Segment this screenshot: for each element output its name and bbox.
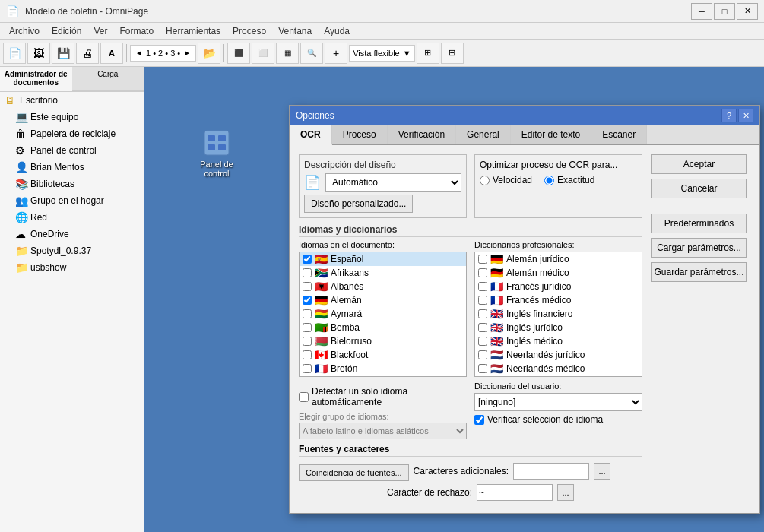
sidebar-item-grupo[interactable]: 👥 Grupo en el hogar [0,192,144,209]
dict-ingles-medico[interactable]: 🇬🇧 Inglés médico [475,334,642,348]
lang-bemba[interactable]: 🇿🇲 Bemba [300,321,466,334]
cancelar-button[interactable]: Cancelar [651,179,747,198]
menu-ventana[interactable]: Ventana [272,24,318,38]
tab-ocr[interactable]: OCR [290,125,332,145]
guardar-button[interactable]: Guardar parámetros... [651,262,747,282]
sidebar-item-brian[interactable]: 👤 Brian Mentos [0,159,144,176]
menu-herramientas[interactable]: Herramientas [160,24,227,38]
lang-aleman[interactable]: 🇩🇪 Alemán [300,293,466,307]
menu-ayuda[interactable]: Ayuda [318,24,356,38]
aceptar-button[interactable]: Aceptar [651,154,747,174]
exactitud-option[interactable]: Exactitud [544,175,594,185]
folder-button[interactable]: 📂 [198,43,220,64]
exactitud-radio[interactable] [544,176,554,185]
sidebar-item-usbshow[interactable]: 📁 usbshow [0,259,144,276]
photo-button[interactable]: 🖼 [27,43,50,64]
lang-breton[interactable]: 🇫🇷 Bretón [300,362,466,375]
lang-bielorruso[interactable]: 🇧🇾 Bielorruso [300,334,466,348]
menu-edicion[interactable]: Edición [46,24,87,38]
dialog-help-button[interactable]: ? [721,109,737,122]
velocidad-radio[interactable] [480,176,490,185]
predeterminados-button[interactable]: Predeterminados [651,214,747,233]
dict-aleman-juridico[interactable]: 🇩🇪 Alemán jurídico [475,252,642,266]
bemba-checkbox[interactable] [303,323,312,332]
ingles-juridico-checkbox[interactable] [478,323,487,332]
print-button[interactable]: 🖨 [76,43,99,64]
dict-aleman-medico[interactable]: 🇩🇪 Alemán médico [475,266,642,280]
afrikaans-checkbox[interactable] [303,268,312,277]
espanol-checkbox[interactable] [303,255,312,264]
language-list[interactable]: 🇪🇸 Español 🇿🇦 Afrikaans [299,252,467,377]
sidebar-tab-docs[interactable]: Administrador de documentos [0,67,72,91]
lang-aymara[interactable]: 🇧🇴 Aymará [300,307,466,321]
close-button[interactable]: ✕ [737,3,758,20]
caracteres-more-btn[interactable]: ... [594,463,610,480]
frances-juridico-checkbox[interactable] [478,282,487,291]
sidebar-item-equipo[interactable]: 💻 Este equipo [0,109,144,125]
aleman-medico-checkbox[interactable] [478,268,487,277]
prev-page-button[interactable]: ◄ [134,48,144,59]
description-select[interactable]: Automático [325,173,461,192]
bielorruso-checkbox[interactable] [303,337,312,346]
next-page-button[interactable]: ► [182,48,192,59]
rechazo-input[interactable] [477,484,553,501]
lang-afrikaans[interactable]: 🇿🇦 Afrikaans [300,266,466,280]
view-icon1[interactable]: ⊞ [417,43,439,64]
ocr-button[interactable]: 🔍 [300,43,323,64]
cargar-button[interactable]: Cargar parámetros... [651,238,747,258]
view-icon2[interactable]: ⊟ [441,43,464,64]
dict-frances-juridico[interactable]: 🇫🇷 Francés jurídico [475,280,642,293]
scan1-button[interactable]: ⬛ [227,43,250,64]
prof-dict-list[interactable]: 🇩🇪 Alemán jurídico 🇩🇪 Alemán médico [474,252,642,377]
zoom-in[interactable]: + [325,43,347,64]
frances-medico-checkbox[interactable] [478,296,487,305]
albanes-checkbox[interactable] [303,282,312,291]
new-button[interactable]: 📄 [3,43,26,64]
sidebar-tab-carga[interactable]: Carga [72,67,144,91]
tab-general[interactable]: General [456,125,511,144]
save-button[interactable]: 💾 [52,43,74,64]
tab-escaner[interactable]: Escáner [591,125,647,144]
sidebar-item-spotydl[interactable]: 📁 Spotydl_0.9.37 [0,242,144,259]
detect-checkbox[interactable] [299,392,309,402]
lang-espanol[interactable]: 🇪🇸 Español [300,252,466,266]
dict-neerlandes-juridico[interactable]: 🇳🇱 Neerlandés jurídico [475,348,642,362]
dict-ingles-financiero[interactable]: 🇬🇧 Inglés financiero [475,307,642,321]
menu-proceso[interactable]: Proceso [227,24,272,38]
sidebar-item-red[interactable]: 🌐 Red [0,209,144,226]
custom-design-button[interactable]: Diseño personalizado... [304,195,413,213]
sidebar-item-papelera[interactable]: 🗑 Papelera de reciclaje [0,125,144,142]
elegir-select[interactable]: Alfabeto latino e idiomas asiáticos [299,423,467,439]
breton-checkbox[interactable] [303,364,312,373]
sidebar-item-onedrive[interactable]: ☁ OneDrive [0,226,144,242]
scan2-button[interactable]: ⬜ [252,43,274,64]
aymara-checkbox[interactable] [303,309,312,318]
sidebar-item-bibliotecas[interactable]: 📚 Bibliotecas [0,176,144,192]
lang-albanes[interactable]: 🇦🇱 Albanés [300,280,466,293]
dict-frances-medico[interactable]: 🇫🇷 Francés médico [475,293,642,307]
ingles-financiero-checkbox[interactable] [478,309,487,318]
dict-neerlandes-medico[interactable]: 🇳🇱 Neerlandés médico [475,362,642,375]
ingles-medico-checkbox[interactable] [478,337,487,346]
text-button[interactable]: A [100,43,123,64]
dict-user-select[interactable]: [ninguno] [474,393,642,411]
scan3-button[interactable]: ▦ [276,43,299,64]
desktop-icon-panel[interactable]: Panel de control [190,128,243,178]
aleman-checkbox[interactable] [303,296,312,305]
tab-proceso[interactable]: Proceso [332,125,388,144]
dialog-close-button[interactable]: ✕ [738,109,753,122]
verify-checkbox[interactable] [474,415,484,425]
tab-verificacion[interactable]: Verificación [388,125,456,144]
velocidad-option[interactable]: Velocidad [480,175,532,185]
minimize-button[interactable]: ─ [691,3,712,20]
sidebar-item-escritorio[interactable]: 🖥 Escritorio [0,92,144,109]
caracteres-input[interactable] [513,463,589,480]
maximize-button[interactable]: □ [714,3,735,20]
rechazo-more-btn[interactable]: ... [557,484,574,501]
aleman-juridico-checkbox[interactable] [478,255,487,264]
menu-ver[interactable]: Ver [87,24,113,38]
lang-blackfoot[interactable]: 🇨🇦 Blackfoot [300,348,466,362]
menu-archivo[interactable]: Archivo [3,24,46,38]
neerlandes-juridico-checkbox[interactable] [478,350,487,359]
neerlandes-medico-checkbox[interactable] [478,364,487,373]
